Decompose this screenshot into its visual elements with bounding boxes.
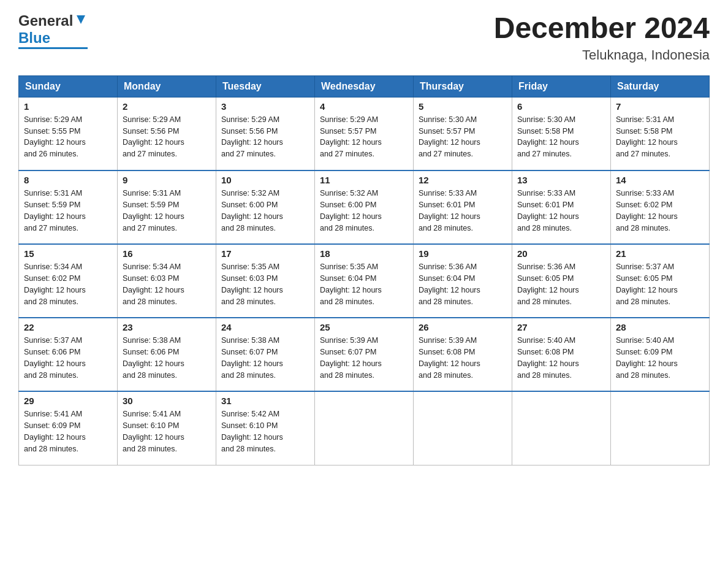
day-info: Sunrise: 5:34 AMSunset: 6:02 PMDaylight:…: [24, 261, 112, 307]
table-row: 22Sunrise: 5:37 AMSunset: 6:06 PMDayligh…: [19, 318, 118, 391]
day-number: 12: [419, 175, 507, 185]
day-info: Sunrise: 5:38 AMSunset: 6:07 PMDaylight:…: [221, 335, 309, 381]
table-row: 16Sunrise: 5:34 AMSunset: 6:03 PMDayligh…: [118, 244, 216, 318]
table-row: 2Sunrise: 5:29 AMSunset: 5:56 PMDaylight…: [118, 97, 216, 170]
calendar-week-row: 8Sunrise: 5:31 AMSunset: 5:59 PMDaylight…: [19, 170, 710, 244]
table-row: 1Sunrise: 5:29 AMSunset: 5:55 PMDaylight…: [19, 97, 118, 170]
logo-arrow-icon: [74, 13, 88, 26]
page-header: General Blue December 2024 Teluknaga, In…: [18, 12, 710, 63]
table-row: 23Sunrise: 5:38 AMSunset: 6:06 PMDayligh…: [118, 318, 216, 391]
table-row: 15Sunrise: 5:34 AMSunset: 6:02 PMDayligh…: [19, 244, 118, 318]
day-info: Sunrise: 5:29 AMSunset: 5:56 PMDaylight:…: [123, 114, 211, 160]
day-info: Sunrise: 5:35 AMSunset: 6:03 PMDaylight:…: [221, 261, 309, 307]
calendar-header-row: Sunday Monday Tuesday Wednesday Thursday…: [19, 75, 710, 97]
day-number: 2: [123, 101, 211, 112]
table-row: 31Sunrise: 5:42 AMSunset: 6:10 PMDayligh…: [216, 391, 315, 465]
day-info: Sunrise: 5:42 AMSunset: 6:10 PMDaylight:…: [221, 408, 309, 454]
table-row: 11Sunrise: 5:32 AMSunset: 6:00 PMDayligh…: [315, 170, 414, 244]
table-row: [315, 391, 414, 465]
col-monday: Monday: [118, 75, 216, 97]
table-row: 29Sunrise: 5:41 AMSunset: 6:09 PMDayligh…: [19, 391, 118, 465]
day-info: Sunrise: 5:32 AMSunset: 6:00 PMDaylight:…: [221, 188, 309, 234]
table-row: 17Sunrise: 5:35 AMSunset: 6:03 PMDayligh…: [216, 244, 315, 318]
logo-underline: [18, 47, 88, 49]
day-number: 17: [221, 248, 309, 259]
day-number: 27: [517, 322, 605, 332]
day-info: Sunrise: 5:41 AMSunset: 6:09 PMDaylight:…: [24, 408, 112, 454]
col-saturday: Saturday: [611, 75, 710, 97]
day-number: 13: [517, 175, 605, 185]
day-info: Sunrise: 5:29 AMSunset: 5:57 PMDaylight:…: [320, 114, 408, 160]
day-info: Sunrise: 5:40 AMSunset: 6:08 PMDaylight:…: [517, 335, 605, 381]
logo: General Blue: [18, 12, 88, 49]
day-number: 5: [419, 101, 507, 112]
day-info: Sunrise: 5:38 AMSunset: 6:06 PMDaylight:…: [123, 335, 211, 381]
table-row: 8Sunrise: 5:31 AMSunset: 5:59 PMDaylight…: [19, 170, 118, 244]
table-row: 14Sunrise: 5:33 AMSunset: 6:02 PMDayligh…: [611, 170, 710, 244]
day-info: Sunrise: 5:40 AMSunset: 6:09 PMDaylight:…: [616, 335, 704, 381]
day-info: Sunrise: 5:41 AMSunset: 6:10 PMDaylight:…: [123, 408, 211, 454]
day-info: Sunrise: 5:37 AMSunset: 6:06 PMDaylight:…: [24, 335, 112, 381]
day-number: 16: [123, 248, 211, 259]
table-row: 27Sunrise: 5:40 AMSunset: 6:08 PMDayligh…: [512, 318, 611, 391]
table-row: [414, 391, 512, 465]
day-info: Sunrise: 5:31 AMSunset: 5:59 PMDaylight:…: [123, 188, 211, 234]
day-number: 7: [616, 101, 704, 112]
table-row: 12Sunrise: 5:33 AMSunset: 6:01 PMDayligh…: [414, 170, 512, 244]
calendar-week-row: 15Sunrise: 5:34 AMSunset: 6:02 PMDayligh…: [19, 244, 710, 318]
day-number: 23: [123, 322, 211, 332]
table-row: 4Sunrise: 5:29 AMSunset: 5:57 PMDaylight…: [315, 97, 414, 170]
table-row: 26Sunrise: 5:39 AMSunset: 6:08 PMDayligh…: [414, 318, 512, 391]
day-number: 25: [320, 322, 408, 332]
table-row: 18Sunrise: 5:35 AMSunset: 6:04 PMDayligh…: [315, 244, 414, 318]
day-number: 31: [221, 396, 309, 406]
day-number: 21: [616, 248, 704, 259]
col-tuesday: Tuesday: [216, 75, 315, 97]
col-sunday: Sunday: [19, 75, 118, 97]
day-number: 29: [24, 396, 112, 406]
table-row: 13Sunrise: 5:33 AMSunset: 6:01 PMDayligh…: [512, 170, 611, 244]
day-number: 3: [221, 101, 309, 112]
table-row: 20Sunrise: 5:36 AMSunset: 6:05 PMDayligh…: [512, 244, 611, 318]
day-info: Sunrise: 5:29 AMSunset: 5:56 PMDaylight:…: [221, 114, 309, 160]
table-row: 30Sunrise: 5:41 AMSunset: 6:10 PMDayligh…: [118, 391, 216, 465]
day-info: Sunrise: 5:29 AMSunset: 5:55 PMDaylight:…: [24, 114, 112, 160]
day-number: 9: [123, 175, 211, 185]
day-info: Sunrise: 5:30 AMSunset: 5:57 PMDaylight:…: [419, 114, 507, 160]
day-number: 22: [24, 322, 112, 332]
table-row: 21Sunrise: 5:37 AMSunset: 6:05 PMDayligh…: [611, 244, 710, 318]
day-info: Sunrise: 5:34 AMSunset: 6:03 PMDaylight:…: [123, 261, 211, 307]
table-row: 7Sunrise: 5:31 AMSunset: 5:58 PMDaylight…: [611, 97, 710, 170]
logo-blue-text: Blue: [18, 29, 50, 47]
day-info: Sunrise: 5:33 AMSunset: 6:01 PMDaylight:…: [517, 188, 605, 234]
title-block: December 2024 Teluknaga, Indonesia: [494, 12, 710, 63]
table-row: 25Sunrise: 5:39 AMSunset: 6:07 PMDayligh…: [315, 318, 414, 391]
day-number: 8: [24, 175, 112, 185]
calendar-week-row: 1Sunrise: 5:29 AMSunset: 5:55 PMDaylight…: [19, 97, 710, 170]
day-info: Sunrise: 5:37 AMSunset: 6:05 PMDaylight:…: [616, 261, 704, 307]
calendar-week-row: 29Sunrise: 5:41 AMSunset: 6:09 PMDayligh…: [19, 391, 710, 465]
day-info: Sunrise: 5:31 AMSunset: 5:59 PMDaylight:…: [24, 188, 112, 234]
table-row: 5Sunrise: 5:30 AMSunset: 5:57 PMDaylight…: [414, 97, 512, 170]
day-number: 20: [517, 248, 605, 259]
day-info: Sunrise: 5:39 AMSunset: 6:08 PMDaylight:…: [419, 335, 507, 381]
day-number: 30: [123, 396, 211, 406]
col-friday: Friday: [512, 75, 611, 97]
day-number: 6: [517, 101, 605, 112]
table-row: 24Sunrise: 5:38 AMSunset: 6:07 PMDayligh…: [216, 318, 315, 391]
day-info: Sunrise: 5:31 AMSunset: 5:58 PMDaylight:…: [616, 114, 704, 160]
calendar-week-row: 22Sunrise: 5:37 AMSunset: 6:06 PMDayligh…: [19, 318, 710, 391]
day-info: Sunrise: 5:36 AMSunset: 6:04 PMDaylight:…: [419, 261, 507, 307]
day-info: Sunrise: 5:33 AMSunset: 6:01 PMDaylight:…: [419, 188, 507, 234]
day-info: Sunrise: 5:33 AMSunset: 6:02 PMDaylight:…: [616, 188, 704, 234]
day-number: 4: [320, 101, 408, 112]
day-number: 11: [320, 175, 408, 185]
day-number: 14: [616, 175, 704, 185]
day-info: Sunrise: 5:30 AMSunset: 5:58 PMDaylight:…: [517, 114, 605, 160]
table-row: 3Sunrise: 5:29 AMSunset: 5:56 PMDaylight…: [216, 97, 315, 170]
table-row: 9Sunrise: 5:31 AMSunset: 5:59 PMDaylight…: [118, 170, 216, 244]
table-row: [512, 391, 611, 465]
day-info: Sunrise: 5:32 AMSunset: 6:00 PMDaylight:…: [320, 188, 408, 234]
day-number: 26: [419, 322, 507, 332]
day-number: 1: [24, 101, 112, 112]
